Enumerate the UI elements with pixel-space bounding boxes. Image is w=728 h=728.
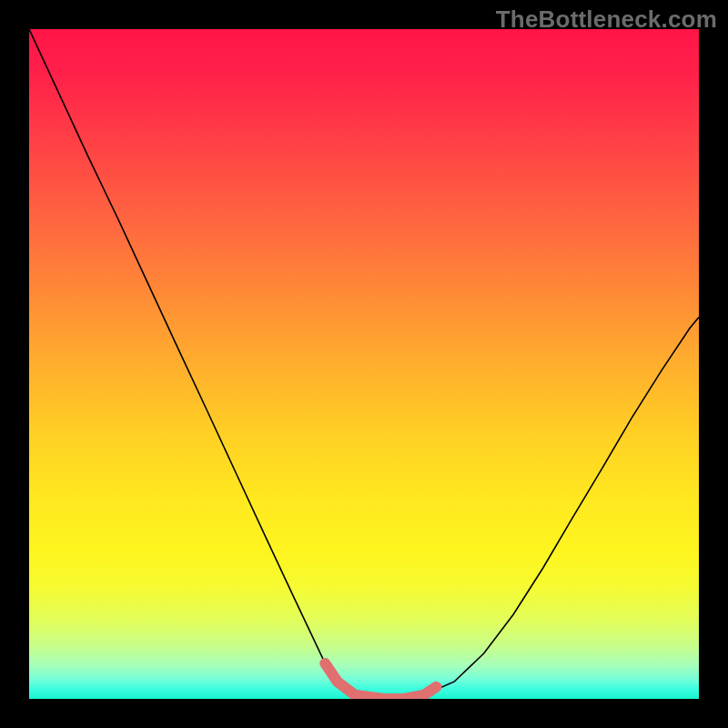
chart-svg bbox=[29, 29, 699, 699]
plot-area bbox=[29, 29, 699, 699]
watermark-text: TheBottleneck.com bbox=[496, 5, 717, 34]
accent-bottom bbox=[325, 663, 436, 699]
bottleneck-curve bbox=[29, 29, 699, 699]
chart-frame: TheBottleneck.com bbox=[0, 0, 728, 728]
